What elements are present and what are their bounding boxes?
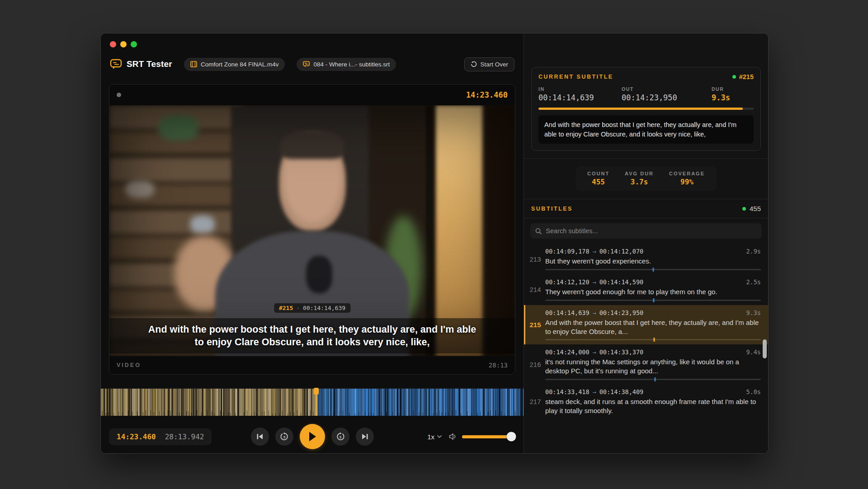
- play-icon: [308, 431, 317, 442]
- waveform-timeline[interactable]: [101, 388, 524, 416]
- stat-avg-dur: AVG DUR 3.7s: [625, 171, 654, 186]
- rotate-ccw-icon: [471, 61, 477, 67]
- active-status-icon: [732, 75, 736, 79]
- zoom-button[interactable]: [131, 41, 137, 47]
- row-start-time: 00:14:33,418: [545, 388, 590, 395]
- row-number: 217: [525, 398, 545, 405]
- arrow-right-icon: →: [593, 388, 596, 395]
- close-button[interactable]: [110, 41, 116, 47]
- start-over-button[interactable]: Start Over: [464, 57, 514, 71]
- search-input[interactable]: [546, 227, 757, 235]
- volume-fill: [462, 435, 511, 438]
- scrollbar-thumb[interactable]: [763, 339, 767, 358]
- row-position-bar: [545, 339, 761, 340]
- rewind-5s-button[interactable]: 5: [275, 428, 293, 446]
- row-position-marker: [653, 338, 655, 342]
- skip-to-end-button[interactable]: [356, 428, 374, 446]
- current-subtitle-title: CURRENT SUBTITLE: [538, 74, 613, 80]
- arrow-right-icon: →: [593, 278, 596, 286]
- row-number: 216: [525, 361, 545, 368]
- video-footer-label: VIDEO: [117, 362, 141, 368]
- subtitle-row-214[interactable]: 214 00:14:12,120 → 00:14:14,590 2.5s The…: [524, 274, 768, 305]
- search-box[interactable]: [530, 223, 762, 239]
- in-label: IN: [538, 86, 615, 92]
- badge-separator: ·: [296, 305, 300, 311]
- speed-label: 1x: [427, 433, 434, 441]
- row-text: They weren't good enough for me to play …: [545, 287, 761, 296]
- playhead[interactable]: [316, 388, 317, 416]
- row-end-time: 00:14:12,070: [599, 248, 644, 255]
- volume-slider[interactable]: [462, 435, 515, 438]
- row-start-time: 00:14:09,178: [545, 248, 590, 255]
- video-file-name: Comfort Zone 84 FINAL.m4v: [201, 61, 279, 68]
- divider: [524, 218, 768, 218]
- row-position-bar: [545, 300, 761, 301]
- in-value: 00:14:14,639: [538, 93, 615, 102]
- row-end-time: 00:14:23,950: [599, 309, 644, 316]
- subtitle-row-215-active[interactable]: 215 00:14:14,639 → 00:14:23,950 9.3s And…: [524, 305, 768, 345]
- speaker-icon[interactable]: [449, 433, 458, 440]
- caption-line-2: to enjoy Clare Obscure, and it looks ver…: [195, 337, 430, 348]
- elapsed-time: 14:23.460: [117, 433, 156, 441]
- row-start-time: 00:14:14,639: [545, 309, 590, 316]
- row-end-time: 00:14:38,409: [599, 388, 644, 395]
- dur-column: DUR 9.3s: [712, 86, 730, 102]
- row-duration: 9.4s: [746, 348, 761, 356]
- skip-start-icon: [256, 433, 264, 440]
- app-identity: SRT Tester: [110, 59, 172, 70]
- arrow-right-icon: →: [593, 248, 596, 255]
- subtitle-caption: And with the power boost that I get here…: [109, 318, 515, 353]
- play-pause-button[interactable]: [300, 424, 325, 449]
- subtitle-row-217[interactable]: 217 00:14:33,418 → 00:14:38,409 5.0s ste…: [524, 384, 768, 419]
- caption-line-1: And with the power boost that I get here…: [148, 324, 476, 335]
- row-duration: 2.5s: [746, 278, 761, 286]
- svg-text:5: 5: [339, 435, 341, 439]
- forward-5s-button[interactable]: 5: [331, 428, 349, 446]
- row-end-time: 00:14:14,590: [599, 278, 644, 286]
- row-duration: 9.3s: [746, 309, 761, 316]
- video-header: 14:23.460: [109, 85, 515, 105]
- transport-right: 1x: [427, 433, 515, 441]
- video-frame[interactable]: #215 · 00:14:14,639 And with the power b…: [109, 105, 515, 356]
- current-subtitle-card: CURRENT SUBTITLE #215 IN 00:14:14,639 OU…: [531, 67, 761, 151]
- row-start-time: 00:14:24,000: [545, 348, 590, 356]
- minimize-button[interactable]: [120, 41, 127, 47]
- row-text: steam deck, and it runs at a smooth enou…: [545, 397, 761, 415]
- skip-to-start-button[interactable]: [251, 428, 269, 446]
- playback-speed-selector[interactable]: 1x: [427, 433, 442, 441]
- row-position-marker: [655, 377, 656, 381]
- volume-control: [449, 433, 515, 440]
- chat-bubble-icon: [303, 61, 310, 67]
- total-time: 28:13.942: [165, 433, 204, 441]
- srt-file-chip[interactable]: 084 - Where i...- subtitles.srt: [297, 58, 396, 71]
- subtitle-row-216[interactable]: 216 00:14:24,000 → 00:14:33,370 9.4s it'…: [524, 344, 768, 384]
- current-subtitle-badge: #215: [732, 73, 754, 80]
- out-column: OUT 00:14:23,950: [622, 86, 705, 102]
- video-player-card: 14:23.460 #215 ·: [109, 84, 515, 375]
- row-number: 214: [525, 286, 545, 293]
- time-readout: 14:23.460 28:13.942: [109, 428, 212, 445]
- row-position-marker: [653, 298, 654, 302]
- stat-coverage: COVERAGE 99%: [669, 171, 705, 186]
- arrow-right-icon: →: [593, 309, 596, 316]
- dur-label: DUR: [712, 86, 730, 92]
- srt-file-name: 084 - Where i...- subtitles.srt: [313, 61, 390, 68]
- status-dot-icon: [117, 93, 121, 97]
- app-logo-speech-bubble-icon: [110, 59, 122, 70]
- transport-buttons: 5 5: [251, 424, 374, 449]
- current-subtitle-number: #215: [739, 73, 754, 80]
- app-title: SRT Tester: [127, 59, 172, 69]
- out-label: OUT: [622, 86, 705, 92]
- row-position-marker: [652, 268, 654, 272]
- video-current-time: 14:23.460: [466, 90, 508, 99]
- svg-text:5: 5: [283, 435, 285, 439]
- volume-knob[interactable]: [506, 432, 516, 442]
- chevron-down-icon: [437, 435, 442, 438]
- subtitle-index-badge: #215 · 00:14:14,639: [274, 303, 350, 313]
- video-file-chip[interactable]: Comfort Zone 84 FINAL.m4v: [184, 58, 285, 71]
- playhead-handle-icon[interactable]: [314, 388, 319, 395]
- row-start-time: 00:14:12,120: [545, 278, 590, 286]
- subtitle-row-213[interactable]: 213 00:14:09,178 → 00:14:12,070 2.9s But…: [524, 244, 768, 274]
- current-subtitle-text: And with the power boost that I get here…: [538, 115, 754, 144]
- waveform-canvas: [101, 388, 524, 416]
